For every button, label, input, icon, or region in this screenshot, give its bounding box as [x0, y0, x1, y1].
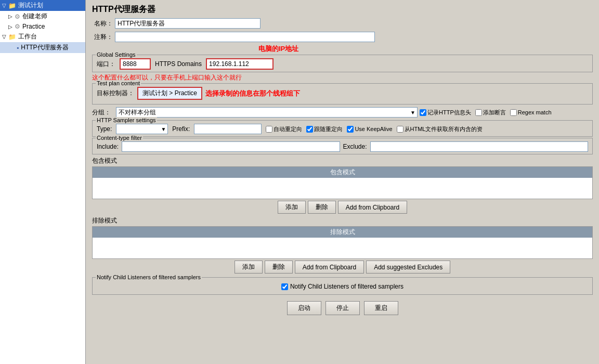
testplan-title: Test plan content — [96, 80, 141, 86]
notify-title: Notify Child Listeners of filtered sampl… — [96, 274, 202, 280]
include-input[interactable] — [122, 141, 340, 152]
follow-redirect-label[interactable]: 跟随重定向 — [306, 125, 343, 133]
gear-icon: ⚙ — [15, 13, 20, 20]
check-record-http[interactable] — [420, 109, 426, 116]
sidebar-item-test-plan[interactable]: ▽ 📁 测试计划 — [0, 0, 85, 11]
include-pattern-box: 包含模式 — [92, 166, 593, 199]
type-label: Type: — [97, 125, 112, 133]
global-settings-row: 端口： HTTPS Domains — [97, 58, 588, 70]
auto-redirect-label[interactable]: 自动重定向 — [266, 125, 302, 133]
add-include-button[interactable]: 添加 — [278, 201, 306, 214]
exclude-label: Exclude: — [343, 143, 367, 150]
add-clipboard-exclude-button[interactable]: Add from Clipboard — [295, 261, 364, 274]
keepalive-label[interactable]: Use KeepAlive — [347, 126, 392, 133]
sidebar-item-http-proxy[interactable]: ▪ HTTP代理服务器 — [0, 42, 85, 53]
sidebar-item-workbench[interactable]: ▽ 📁 工作台 — [0, 31, 85, 42]
name-label: 名称： — [92, 19, 113, 28]
global-settings-section: Global Settings 端口： HTTPS Domains — [92, 55, 593, 72]
follow-redirect-text: 跟随重定向 — [314, 125, 343, 133]
delete-exclude-button[interactable]: 删除 — [265, 261, 293, 274]
exclude-pattern-header: 排除模式 — [93, 227, 592, 238]
page-title: HTTP代理服务器 — [92, 4, 593, 15]
sampler-section: HTTP Sampler settings Type: HttpClient4 … — [92, 120, 593, 137]
check-regex-text: Regex match — [518, 109, 552, 115]
bottom-buttons: 启动 停止 重启 — [86, 297, 599, 319]
comment-input[interactable] — [115, 32, 375, 42]
include-pattern-section: 包含模式 包含模式 添加 删除 Add from Clipboard — [92, 157, 593, 215]
name-input[interactable] — [115, 18, 261, 29]
config-annotation: 这个配置什么都可以，只要在手机上端口输入这个就行 — [86, 73, 599, 82]
sidebar-label: HTTP代理服务器 — [21, 43, 68, 52]
ip-annotation: 电脑的IP地址 — [86, 44, 599, 54]
check-record-http-label[interactable]: 记录HTTP信息头 — [420, 109, 471, 116]
check-follow-redirect[interactable] — [306, 126, 313, 133]
include-pattern-buttons: 添加 删除 Add from Clipboard — [92, 199, 593, 215]
exclude-pattern-box: 排除模式 — [92, 226, 593, 259]
gear-icon: ⚙ — [15, 23, 20, 30]
notify-checkbox-label[interactable]: Notify Child Listeners of filtered sampl… — [281, 283, 403, 290]
comment-label: 注释： — [92, 33, 113, 42]
auto-redirect-text: 自动重定向 — [274, 125, 302, 133]
sampler-title: HTTP Sampler settings — [96, 117, 157, 123]
ip-annotation-text: 电脑的IP地址 — [258, 45, 298, 53]
https-input[interactable] — [206, 58, 274, 70]
check-add-assertion-text: 添加断言 — [483, 109, 506, 116]
comment-row: 注释： — [86, 31, 599, 43]
type-select[interactable]: HttpClient4 Java — [116, 124, 168, 134]
html-parse-label[interactable]: 从HTML文件获取所有内含的资 — [397, 125, 483, 133]
filter-row: Include: Exclude: — [97, 141, 588, 152]
controller-value[interactable]: 测试计划 > Practice — [137, 87, 202, 100]
https-label: HTTPS Domains — [155, 60, 202, 68]
check-add-assertion-label[interactable]: 添加断言 — [475, 109, 506, 116]
group-select[interactable]: 不对样本分组在组间添加分隔符每个组放入一个新的控制器只存储每个组的第一个样本 — [116, 107, 418, 118]
sidebar-label: 工作台 — [18, 32, 37, 41]
keepalive-text: Use KeepAlive — [355, 126, 392, 132]
check-add-assertion[interactable] — [475, 109, 482, 116]
group-label: 分组： — [92, 108, 113, 117]
exclude-pattern-title: 排除模式 — [92, 216, 593, 225]
prefix-input[interactable] — [194, 124, 262, 134]
expand-icon: ▷ — [8, 14, 12, 19]
sidebar: ▽ 📁 测试计划 ▷ ⚙ 创建老师 ▷ ⚙ Practice ▽ 📁 工作台 ▪… — [0, 0, 86, 364]
add-suggested-button[interactable]: Add suggested Excludes — [366, 261, 450, 274]
check-keepalive[interactable] — [347, 126, 354, 133]
check-regex[interactable] — [510, 109, 517, 116]
exclude-pattern-buttons: 添加 删除 Add from Clipboard Add suggested E… — [92, 259, 593, 275]
expand-icon: ▽ — [2, 3, 6, 8]
sidebar-item-create-teacher[interactable]: ▷ ⚙ 创建老师 — [0, 11, 85, 22]
delete-include-button[interactable]: 删除 — [308, 201, 336, 214]
stop-button[interactable]: 停止 — [325, 301, 360, 315]
restart-button[interactable]: 重启 — [364, 301, 398, 315]
notify-row: Notify Child Listeners of filtered sampl… — [97, 281, 588, 292]
exclude-input[interactable] — [370, 141, 588, 152]
sidebar-label: 创建老师 — [22, 12, 47, 21]
main-header: HTTP代理服务器 — [86, 0, 599, 17]
notify-section: Notify Child Listeners of filtered sampl… — [92, 277, 593, 295]
add-clipboard-include-button[interactable]: Add from Clipboard — [338, 201, 407, 214]
folder-icon: 📁 — [8, 2, 16, 9]
sidebar-label: 测试计划 — [18, 1, 43, 10]
include-pattern-title: 包含模式 — [92, 157, 593, 165]
main-content: HTTP代理服务器 名称： 注释： 电脑的IP地址 Global Setting… — [86, 0, 599, 364]
global-settings-title: Global Settings — [96, 51, 137, 58]
notify-checkbox[interactable] — [281, 283, 288, 290]
checkboxes-row: 记录HTTP信息头 添加断言 Regex match — [420, 109, 552, 116]
port-input[interactable] — [120, 58, 151, 70]
check-auto-redirect[interactable] — [266, 126, 272, 133]
group-row: 分组： 不对样本分组在组间添加分隔符每个组放入一个新的控制器只存储每个组的第一个… — [86, 106, 599, 119]
exclude-pattern-section: 排除模式 排除模式 添加 删除 Add from Clipboard Add s… — [92, 216, 593, 275]
port-label: 端口： — [97, 60, 115, 69]
include-label: Include: — [97, 143, 119, 150]
include-pattern-content — [93, 178, 592, 199]
start-button[interactable]: 启动 — [287, 301, 321, 315]
select-annotation: 选择录制的信息在那个线程组下 — [205, 89, 300, 98]
html-parse-text: 从HTML文件获取所有内含的资 — [405, 125, 483, 133]
sidebar-item-practice[interactable]: ▷ ⚙ Practice — [0, 22, 85, 31]
check-html-parse[interactable] — [397, 126, 403, 133]
include-pattern-header: 包含模式 — [93, 167, 592, 178]
check-regex-label[interactable]: Regex match — [510, 109, 552, 116]
testplan-section: Test plan content 目标控制器： 测试计划 > Practice… — [92, 83, 593, 105]
add-exclude-button[interactable]: 添加 — [235, 261, 263, 274]
controller-label: 目标控制器： — [97, 89, 134, 98]
item-icon: ▪ — [17, 44, 19, 51]
